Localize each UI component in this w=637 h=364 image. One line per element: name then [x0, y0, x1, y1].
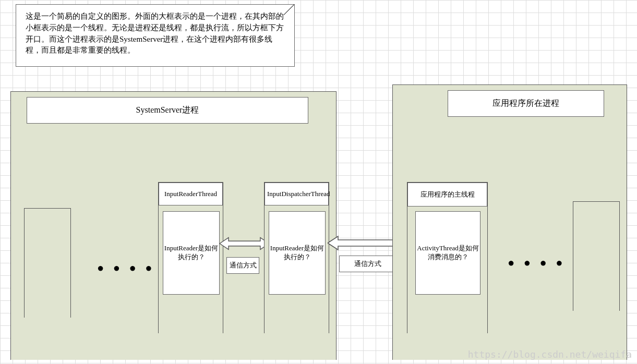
page-fold-icon: [284, 5, 294, 15]
thread-placeholder-right: [573, 201, 620, 311]
thread-label: InputReaderThread: [159, 183, 223, 205]
comm-label: 通信方式: [226, 257, 259, 274]
thread-inner: InputReader是如何执行的？: [269, 211, 326, 295]
process-title: SystemServer进程: [27, 97, 308, 124]
process-title: 应用程序所在进程: [448, 90, 604, 117]
thread-inner: InputReader是如何执行的？: [163, 211, 220, 295]
input-dispatcher-thread: InputDispatcherThread InputReader是如何执行的？: [264, 182, 329, 333]
double-arrow-icon: [220, 236, 269, 251]
thread-inner: ActivityThread是如何消费消息的？: [415, 211, 480, 295]
note-text: 这是一个简易的自定义的图形。外面的大框表示的是一个进程，在其内部的小框表示的是一…: [26, 12, 284, 54]
thread-placeholder-left: [24, 208, 71, 318]
thread-label: InputDispatcherThread: [265, 183, 329, 205]
input-reader-thread: InputReaderThread InputReader是如何执行的？: [158, 182, 223, 333]
system-server-process: SystemServer进程 ● ● ● ● ● InputReaderThre…: [10, 91, 336, 360]
thread-label: 应用程序的主线程: [407, 183, 487, 207]
comm-label-mid: 通信方式: [339, 256, 396, 272]
description-note: 这是一个简易的自定义的图形。外面的大框表示的是一个进程，在其内部的小框表示的是一…: [16, 4, 295, 67]
app-process: 应用程序所在进程 应用程序的主线程 ActivityThread是如何消费消息的…: [392, 84, 627, 360]
app-main-thread: 应用程序的主线程 ActivityThread是如何消费消息的？: [407, 182, 488, 333]
watermark-text: https://blog.csdn.net/weiqifa: [468, 349, 632, 360]
